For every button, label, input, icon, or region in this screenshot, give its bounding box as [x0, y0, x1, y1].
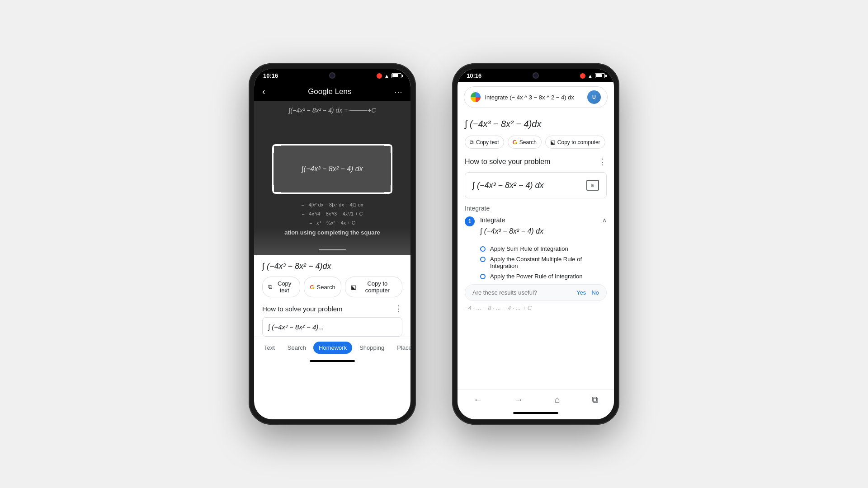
more-button[interactable]: ⋯	[394, 87, 402, 97]
step-1-title-text: Integrate	[480, 216, 505, 224]
sub-circle-3	[480, 274, 486, 279]
battery-fill-1	[392, 74, 398, 77]
google-logo	[471, 92, 481, 102]
home-bar-1	[310, 360, 355, 362]
search-bar-container: integrate (− 4x ^ 3 − 8x ^ 2 − 4) dx U	[458, 82, 614, 113]
computer-icon-2: ⬕	[550, 139, 555, 145]
home-indicator-1	[254, 357, 410, 367]
user-avatar[interactable]: U	[587, 90, 601, 104]
feedback-no-btn[interactable]: No	[591, 289, 599, 296]
feedback-buttons: Yes No	[576, 289, 599, 296]
camera-view: ∫(−4x² − 8x² − 4) dx = +C ∫(−4x³ − 8x² −…	[254, 101, 410, 255]
dim-overlay	[254, 228, 410, 255]
math-lines-below: = −4∫x² dx − 8∫x² dx − 4∫1 dx = −4x⁴/4 −…	[263, 201, 401, 227]
feedback-question: Are these results useful?	[472, 289, 537, 296]
corner-br	[384, 185, 392, 193]
copy-icon-2: ⧉	[470, 139, 474, 145]
copy-computer-button-2[interactable]: ⬕ Copy to computer	[545, 136, 605, 149]
record-dot-2	[580, 73, 585, 79]
copy-text-button-1[interactable]: ⧉ Copy text	[262, 277, 300, 297]
copy-icon-1: ⧉	[268, 283, 272, 291]
corner-tl	[273, 145, 281, 153]
result-action-buttons: ⧉ Copy text G Search ⬕ Copy to computer	[465, 136, 607, 149]
copy-computer-label-2: Copy to computer	[557, 139, 600, 145]
bottom-tabs: Text Search Homework Shopping Places	[254, 337, 410, 357]
sub-step-1: Apply Sum Rule of Integration	[480, 245, 607, 252]
section-title-text: How to solve your problem	[465, 158, 550, 166]
copy-text-button-2[interactable]: ⧉ Copy text	[465, 136, 504, 149]
copy-text-label-1: Copy text	[274, 280, 294, 294]
step-1-chevron: ∧	[602, 216, 607, 224]
phone-1-screen: 10:16 ▲ ‹ Google Lens ⋯ ∫(−4x²	[254, 69, 410, 419]
sub-step-3: Apply the Power Rule of Integration	[480, 273, 607, 280]
battery-icon-1	[392, 73, 401, 78]
tab-shopping[interactable]: Shopping	[354, 342, 390, 354]
tab-homework[interactable]: Homework	[313, 342, 352, 354]
solve-preview-box: ∫ (−4x³ − 8x² − 4)...	[262, 317, 402, 337]
nav-home-btn[interactable]: ⌂	[555, 394, 560, 405]
sub-circle-2	[480, 257, 486, 262]
wifi-icon-1: ▲	[384, 73, 389, 79]
nav-bar: ← → ⌂ ⧉	[458, 389, 614, 408]
section-title: How to solve your problem ⋮	[465, 157, 607, 167]
scroll-indicator	[319, 249, 346, 250]
corner-bl	[273, 185, 281, 193]
nav-forward-btn[interactable]: →	[514, 394, 523, 405]
lens-header: ‹ Google Lens ⋯	[254, 82, 410, 101]
sub-step-2: Apply the Constant Multiple Rule of Inte…	[480, 256, 607, 269]
white-panel: ∫ (−4x³ − 8x² − 4)dx ⧉ Copy text G Searc…	[254, 255, 410, 337]
copy-computer-button-1[interactable]: ⬕ Copy to computer	[345, 277, 402, 297]
top-math-overlay: ∫(−4x² − 8x² − 4) dx = +C	[254, 101, 410, 119]
home-indicator-2	[458, 408, 614, 419]
solve-title: How to solve your problem	[262, 305, 343, 313]
search-button-1[interactable]: G Search	[304, 277, 341, 297]
tab-search[interactable]: Search	[282, 342, 311, 354]
status-icons-1: ▲	[377, 73, 401, 79]
integrate-label: Integrate	[465, 205, 607, 212]
math-box-math: ∫ (−4x³ − 8x² − 4) dx	[472, 181, 544, 190]
camera-circle-1	[329, 72, 335, 79]
results-content: ∫ (−4x³ − 8x² − 4)dx ⧉ Copy text G Searc…	[458, 113, 614, 389]
copy-text-label-2: Copy text	[476, 139, 499, 145]
status-bar-1: 10:16 ▲	[254, 69, 410, 82]
status-icons-2: ▲	[580, 73, 605, 79]
nav-back-btn[interactable]: ←	[473, 394, 482, 405]
computer-icon-1: ⬕	[351, 284, 356, 291]
battery-fill-2	[596, 74, 602, 77]
back-button[interactable]: ‹	[262, 86, 265, 97]
solve-header: How to solve your problem ⋮	[262, 304, 402, 314]
tab-places[interactable]: Places	[392, 342, 410, 354]
record-dot-1	[377, 73, 382, 79]
big-math-display: ∫ (−4x³ − 8x² − 4)dx	[465, 119, 607, 129]
search-bar[interactable]: integrate (− 4x ^ 3 − 8x ^ 2 − 4) dx U	[464, 86, 608, 108]
sub-step-3-text: Apply the Power Rule of Integration	[490, 273, 583, 280]
step-1-content: Integrate ∧ ∫ (−4x³ − 8x² − 4) dx	[480, 216, 607, 240]
nav-tabs-btn[interactable]: ⧉	[592, 394, 598, 405]
bottom-preview: −4 · ... − 8 · ... − 4 · ... + C	[465, 305, 607, 314]
camera-pill-1	[323, 70, 342, 80]
status-time-2: 10:16	[467, 72, 481, 79]
solve-preview-math: ∫ (−4x³ − 8x² − 4)...	[268, 323, 396, 331]
math-box-icon[interactable]: ⊞	[586, 180, 599, 191]
step-1-math: ∫ (−4x³ − 8x² − 4) dx	[480, 227, 607, 235]
status-time-1: 10:16	[263, 72, 278, 79]
copy-computer-label-1: Copy to computer	[359, 280, 396, 294]
math-box: ∫ (−4x³ − 8x² − 4) dx ⊞	[465, 172, 607, 198]
search-label-2: Search	[519, 139, 537, 145]
battery-icon-2	[595, 73, 605, 78]
step-1-title[interactable]: Integrate ∧	[480, 216, 607, 224]
action-buttons-1: ⧉ Copy text G Search ⬕ Copy to computer	[262, 277, 402, 297]
search-button-2[interactable]: G Search	[508, 136, 542, 149]
selection-box[interactable]: ∫(−4x³ − 8x² − 4) dx	[272, 144, 392, 194]
status-bar-2: 10:16 ▲	[458, 69, 614, 82]
feedback-bar: Are these results useful? Yes No	[465, 284, 607, 301]
google-g-icon-2: G	[513, 139, 517, 145]
camera-pill-2	[526, 70, 545, 80]
more-options[interactable]: ⋮	[394, 304, 402, 314]
tab-text[interactable]: Text	[259, 342, 280, 354]
feedback-yes-btn[interactable]: Yes	[576, 289, 586, 296]
phone-1: 10:16 ▲ ‹ Google Lens ⋯ ∫(−4x²	[249, 63, 416, 425]
section-more-btn[interactable]: ⋮	[599, 157, 607, 167]
phone-2-screen: 10:16 ▲ integrate (− 4x ^ 3 − 8x ^ 2 − 4…	[458, 69, 614, 419]
phone-2: 10:16 ▲ integrate (− 4x ^ 3 − 8x ^ 2 − 4…	[452, 63, 619, 425]
